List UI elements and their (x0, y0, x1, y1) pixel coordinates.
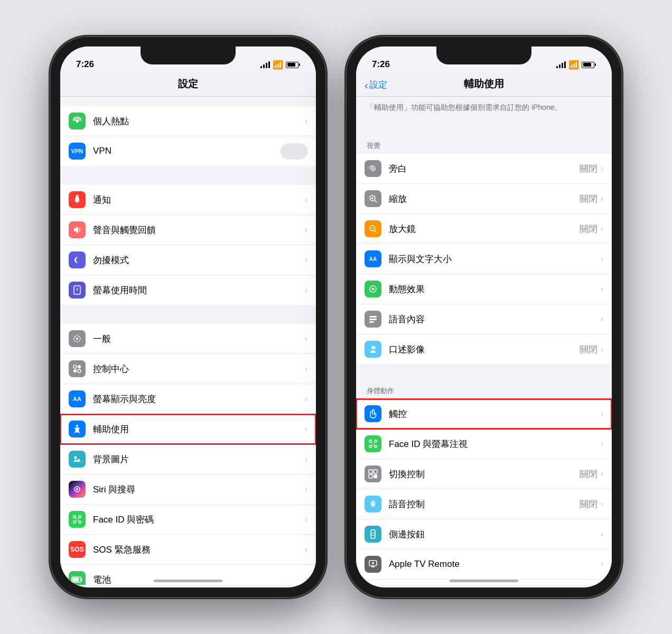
touch-label: 觸控 (389, 408, 601, 420)
list-item-hotspot[interactable]: 個人熱點 › (60, 106, 316, 136)
magnifier-value: 關閉 (580, 223, 598, 235)
svg-rect-61 (372, 501, 374, 505)
dnd-chevron: › (305, 255, 307, 265)
voiceover-value: 關閉 (580, 163, 598, 175)
list-item-voiceover[interactable]: 旁白 關閉 › (356, 154, 612, 184)
back-label: 設定 (369, 79, 387, 91)
spacer3 (60, 305, 316, 324)
svg-rect-1 (77, 202, 78, 203)
audiodesc-label: 口述影像 (389, 343, 580, 356)
list-item-touch[interactable]: 觸控 › (356, 399, 612, 429)
svg-line-41 (375, 230, 377, 232)
svg-point-7 (76, 338, 78, 340)
controlcenter-label: 控制中心 (93, 363, 305, 375)
vision-list: 旁白 關閉 › 縮放 (356, 154, 612, 364)
list-item-zoom[interactable]: 縮放 關閉 › (356, 184, 612, 214)
magnifier-chevron: › (601, 224, 603, 234)
svg-rect-24 (73, 516, 76, 518)
magnifier-label: 放大鏡 (389, 223, 580, 235)
hotspot-label: 個人熱點 (93, 115, 305, 127)
list-item-sos[interactable]: SOS SOS 緊急服務 › (60, 535, 316, 565)
svg-rect-58 (369, 474, 372, 478)
back-chevron-icon: ‹ (365, 79, 368, 90)
switchctrl-label: 切換控制 (389, 468, 580, 480)
dnd-label: 勿擾模式 (93, 254, 305, 266)
svg-point-21 (74, 456, 77, 459)
spokencontent-label: 語音內容 (389, 313, 601, 325)
svg-point-0 (76, 119, 79, 123)
zoom-chevron: › (601, 194, 603, 203)
settings-content-right[interactable]: 「輔助使用」功能可協助您根據個別需求自訂您的 iPhone。 視覺 旁白 (356, 97, 612, 585)
list-item-screentime[interactable]: 螢幕使用時間 › (60, 275, 316, 305)
list-item-vpn[interactable]: VPN VPN (60, 136, 316, 166)
status-icons-right: 📶 (556, 60, 596, 70)
faceid2-chevron: › (601, 439, 603, 449)
list-item-sidebtn[interactable]: 側邊按鈕 › (356, 519, 612, 549)
group-2: 通知 › 聲音與觸覺回饋 › (60, 185, 316, 305)
svg-rect-50 (369, 440, 371, 442)
list-item-voicectrl[interactable]: 語音控制 關閉 › (356, 489, 612, 519)
displaytext-icon: AA (365, 250, 381, 267)
time-right: 7:26 (372, 59, 390, 70)
sos-icon: SOS (69, 541, 86, 558)
phone-screen-right: 7:26 📶 ‹ 設定 (356, 46, 612, 588)
description-text: 「輔助使用」功能可協助您根據個別需求自訂您的 iPhone。 (356, 97, 612, 119)
group-1: 個人熱點 › VPN VPN (60, 106, 316, 166)
faceid2-icon (365, 435, 381, 452)
notification-icon (69, 191, 86, 208)
list-item-appletv[interactable]: Apple TV Remote › (356, 549, 612, 580)
voicectrl-chevron: › (601, 499, 603, 509)
list-item-dnd[interactable]: 勿擾模式 › (60, 245, 316, 275)
list-item-display[interactable]: AA 螢幕顯示與亮度 › (60, 384, 316, 414)
svg-point-14 (79, 336, 80, 337)
svg-rect-25 (79, 516, 81, 518)
signal-icon-left (260, 61, 270, 68)
svg-point-23 (76, 488, 78, 490)
voicectrl-label: 語音控制 (389, 498, 580, 510)
list-item-magnifier[interactable]: 放大鏡 關閉 › (356, 214, 612, 244)
wifi-icon-left: 📶 (273, 60, 283, 70)
settings-content-left[interactable]: 個人熱點 › VPN VPN (60, 97, 316, 585)
voiceover-chevron: › (601, 164, 603, 173)
list-item-sound[interactable]: 聲音與觸覺回饋 › (60, 215, 316, 245)
voiceover-label: 旁白 (389, 163, 580, 175)
list-item-faceid2[interactable]: Face ID 與螢幕注視 › (356, 429, 612, 459)
voicectrl-icon (365, 496, 381, 512)
vpn-toggle[interactable] (281, 143, 307, 160)
display-icon: AA (69, 390, 86, 407)
battery-chevron: › (305, 575, 307, 584)
nav-back-right[interactable]: ‹ 設定 (365, 79, 387, 91)
list-item-spokencontent[interactable]: 語音內容 › (356, 304, 612, 334)
svg-rect-57 (374, 470, 377, 473)
accessibility-chevron: › (305, 424, 307, 434)
list-item-faceid[interactable]: Face ID 與密碼 › (60, 505, 316, 535)
audiodesc-icon (365, 341, 381, 358)
switchctrl-value: 關閉 (580, 468, 598, 480)
appletv-chevron: › (601, 560, 603, 569)
svg-line-37 (375, 200, 377, 202)
svg-point-10 (73, 338, 74, 339)
list-item-motion[interactable]: 動態效果 › (356, 274, 612, 304)
display-label: 螢幕顯示與亮度 (93, 393, 305, 405)
nav-title-left: 設定 (71, 77, 305, 91)
svg-point-55 (374, 443, 375, 444)
list-item-audiodesc[interactable]: 口述影像 關閉 › (356, 334, 612, 364)
list-item-displaytext[interactable]: AA 顯示與文字大小 › (356, 244, 612, 274)
battery-icon-right (582, 62, 596, 68)
wallpaper-icon (69, 451, 86, 468)
faceid-label: Face ID 與密碼 (93, 514, 305, 526)
list-item-siri[interactable]: Siri 與搜尋 › (60, 474, 316, 505)
list-item-wallpaper[interactable]: 背景圖片 › (60, 444, 316, 474)
list-item-controlcenter[interactable]: 控制中心 › (60, 354, 316, 384)
list-item-switchctrl[interactable]: 切換控制 關閉 › (356, 459, 612, 489)
sound-icon (69, 221, 86, 238)
notification-label: 通知 (93, 194, 305, 206)
list-item-general[interactable]: 一般 › (60, 324, 316, 354)
wallpaper-label: 背景圖片 (93, 453, 305, 465)
wifi-icon-right: 📶 (568, 60, 579, 70)
zoom-value: 關閉 (580, 193, 598, 205)
list-item-notification[interactable]: 通知 › (60, 185, 316, 215)
screentime-label: 螢幕使用時間 (93, 284, 305, 296)
list-item-accessibility[interactable]: 輔助使用 › (60, 414, 316, 444)
svg-point-29 (78, 518, 79, 519)
